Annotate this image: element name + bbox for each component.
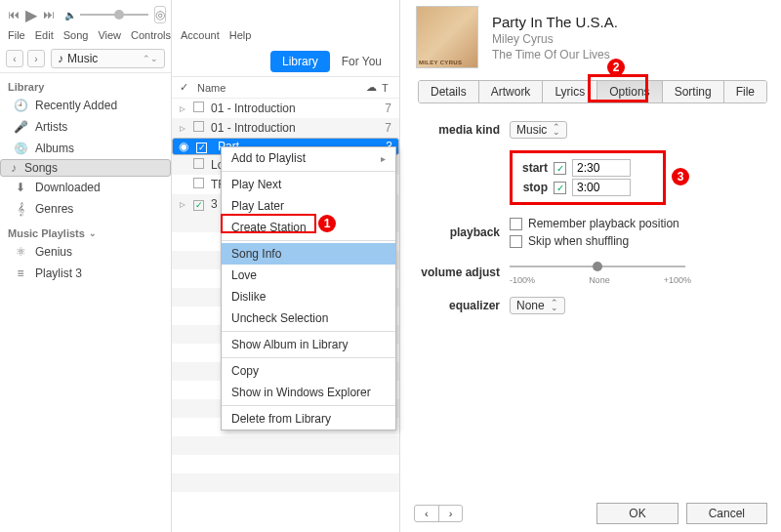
ctx-dislike[interactable]: Dislike	[222, 286, 395, 307]
equalizer-select[interactable]: None⌃⌄	[510, 297, 565, 314]
info-prev-button[interactable]: ‹	[415, 506, 439, 521]
ctx-show-in-explorer[interactable]: Show in Windows Explorer	[222, 382, 395, 403]
ctx-create-station[interactable]: Create Station	[222, 217, 395, 238]
header-check-icon[interactable]: ✓	[180, 81, 197, 94]
mic-icon: 🎤	[14, 120, 27, 134]
start-time-input[interactable]	[572, 159, 631, 177]
tab-file[interactable]: File	[724, 81, 766, 102]
annotation-badge-2: 2	[607, 59, 625, 76]
volume-adjust-slider[interactable]	[510, 266, 685, 267]
menu-file[interactable]: File	[8, 29, 25, 41]
track-checkbox[interactable]: ✓	[193, 200, 204, 211]
player-controls: ⏮ ▶ ⏭ 🔈 ◎	[0, 0, 171, 27]
menu-controls[interactable]: Controls	[131, 29, 171, 41]
annotation-badge-1: 1	[318, 215, 336, 232]
tab-lyrics[interactable]: Lyrics	[543, 81, 597, 102]
annotation-badge-3: 3	[672, 168, 689, 185]
chevron-updown-icon: ⌃⌄	[551, 301, 558, 310]
menu-song[interactable]: Song	[63, 29, 89, 41]
stop-checkbox[interactable]: ✓	[554, 182, 566, 194]
cloud-icon[interactable]: ☁	[360, 81, 382, 94]
clock-icon: 🕘	[14, 99, 27, 112]
ctx-play-next[interactable]: Play Next	[222, 174, 395, 195]
tab-options[interactable]: Options	[597, 81, 662, 102]
ctx-love[interactable]: Love	[222, 265, 395, 286]
track-name: 01 - Introduction	[211, 121, 382, 135]
skip-shuffling-checkbox[interactable]	[510, 235, 522, 248]
label-equalizer: equalizer	[414, 299, 500, 312]
header-time[interactable]: T	[382, 82, 391, 94]
sidebar-item-genres[interactable]: 𝄞Genres	[0, 198, 171, 220]
airplay-icon[interactable]: ◎	[154, 6, 166, 23]
header-name[interactable]: Name	[197, 82, 360, 94]
volume-icon: 🔈	[64, 10, 76, 20]
sidebar-item-label: Downloaded	[35, 181, 101, 194]
track-row[interactable]: ▹01 - Introduction7	[172, 118, 399, 138]
media-kind-select[interactable]: Music⌃⌄	[510, 121, 567, 139]
menu-view[interactable]: View	[98, 29, 121, 41]
tab-library[interactable]: Library	[270, 51, 330, 72]
sidebar-section-library: Library	[0, 73, 171, 95]
volume-slider[interactable]	[80, 14, 148, 16]
ctx-song-info[interactable]: Song Info	[222, 243, 395, 265]
ok-button[interactable]: OK	[596, 503, 678, 524]
track-checkbox[interactable]: ✓	[196, 143, 207, 153]
sidebar-item-playlist3[interactable]: ≡Playlist 3	[0, 263, 171, 284]
track-checkbox[interactable]	[193, 121, 204, 132]
label-remember-position: Remember playback position	[528, 217, 679, 230]
prev-next-nav: ‹ ›	[414, 505, 463, 522]
sidebar-item-genius[interactable]: ⚛Genius	[0, 241, 171, 263]
song-info-panel: Party In The U.S.A. Miley Cyrus The Time…	[400, 0, 781, 532]
nav-back-button[interactable]: ‹	[6, 50, 23, 67]
song-album: The Time Of Our Lives	[492, 48, 618, 61]
list-header: ✓ Name ☁ T	[172, 77, 399, 99]
source-label: Music	[67, 52, 98, 65]
tab-for-you[interactable]: For You	[330, 51, 393, 72]
next-button[interactable]: ⏭	[43, 6, 55, 23]
start-checkbox[interactable]: ✓	[554, 162, 566, 175]
tab-details[interactable]: Details	[419, 81, 479, 102]
genres-icon: 𝄞	[14, 202, 27, 216]
sidebar-section-playlists[interactable]: Music Playlists⌄	[0, 220, 171, 241]
info-next-button[interactable]: ›	[439, 506, 463, 521]
track-checkbox[interactable]	[193, 102, 204, 112]
play-button[interactable]: ▶	[25, 6, 37, 23]
context-menu: Add to Playlist▸ Play Next Play Later Cr…	[221, 146, 396, 430]
sidebar-item-downloaded[interactable]: ⬇Downloaded	[0, 177, 171, 198]
ctx-add-to-playlist[interactable]: Add to Playlist▸	[222, 147, 395, 169]
menu-bar: File Edit Song View Controls Account Hel…	[0, 27, 171, 45]
sidebar-item-albums[interactable]: 💿Albums	[0, 138, 171, 159]
remember-position-checkbox[interactable]	[510, 218, 522, 230]
song-title: Party In The U.S.A.	[492, 14, 618, 30]
ctx-uncheck-selection[interactable]: Uncheck Selection	[222, 307, 395, 329]
disclosure-icon: ▹	[180, 102, 193, 115]
cancel-button[interactable]: Cancel	[686, 503, 767, 524]
track-checkbox[interactable]	[193, 158, 204, 169]
tab-sorting[interactable]: Sorting	[663, 81, 724, 102]
sidebar-item-label: Recently Added	[35, 99, 117, 112]
ctx-show-album[interactable]: Show Album in Library	[222, 334, 395, 355]
ctx-copy[interactable]: Copy	[222, 360, 395, 382]
chevron-updown-icon: ⌃⌄	[553, 125, 560, 135]
label-start: start	[516, 161, 548, 175]
ctx-delete-from-library[interactable]: Delete from Library	[222, 408, 395, 430]
stop-time-input[interactable]	[572, 179, 631, 196]
prev-button[interactable]: ⏮	[8, 6, 20, 23]
track-row[interactable]: ▹01 - Introduction7	[172, 99, 399, 118]
tab-artwork[interactable]: Artwork	[479, 81, 544, 102]
nav-fwd-button[interactable]: ›	[27, 50, 45, 67]
sidebar-item-songs[interactable]: ♪Songs	[0, 159, 171, 177]
download-icon: ⬇	[14, 181, 27, 194]
source-selector[interactable]: ♪ Music ⌃⌄	[51, 49, 165, 68]
sidebar-item-label: Albums	[35, 142, 74, 155]
menu-edit[interactable]: Edit	[35, 29, 54, 41]
info-tabs: Details Artwork Lyrics Options Sorting F…	[418, 80, 767, 103]
label-playback: playback	[414, 225, 500, 239]
song-artist: Miley Cyrus	[492, 32, 618, 46]
sidebar-item-recently-added[interactable]: 🕘Recently Added	[0, 95, 171, 116]
sidebar-item-artists[interactable]: 🎤Artists	[0, 116, 171, 138]
ctx-play-later[interactable]: Play Later	[222, 195, 395, 217]
track-checkbox[interactable]	[193, 178, 204, 188]
album-artwork	[416, 6, 478, 68]
song-list-region: Library For You ✓ Name ☁ T ▹01 - Introdu…	[172, 0, 400, 532]
